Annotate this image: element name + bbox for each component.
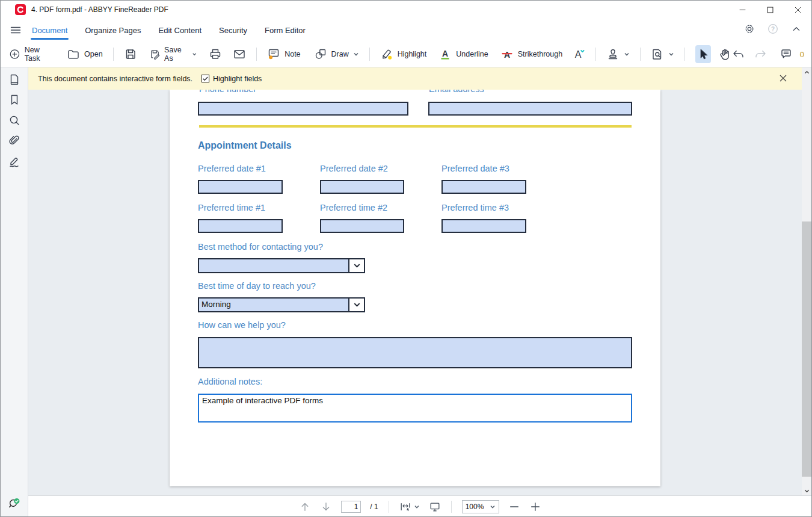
signature-panel-icon[interactable] xyxy=(8,155,21,168)
underline-icon: A xyxy=(438,48,452,61)
preferred-date-2-field[interactable] xyxy=(320,180,404,194)
search-panel-icon[interactable] xyxy=(8,114,21,127)
page-count-label: / 1 xyxy=(370,503,378,511)
banner-close-icon[interactable] xyxy=(779,74,789,84)
notes-text: Example of interactive PDF forms xyxy=(202,396,323,405)
draw-icon xyxy=(314,48,327,61)
tab-edit-content[interactable]: Edit Content xyxy=(157,19,203,42)
contact-method-dropdown[interactable] xyxy=(198,258,365,273)
hand-pan-icon xyxy=(718,48,731,61)
pages-panel-icon[interactable] xyxy=(8,73,21,86)
document-search-icon xyxy=(651,48,664,61)
preferred-time-3-field[interactable] xyxy=(441,219,526,233)
preferred-time-3-label: Preferred time #3 xyxy=(441,203,509,212)
title-bar: 4. PDF form.pdf - ABBYY FineReader PDF xyxy=(1,1,811,19)
preferred-date-3-label: Preferred date #3 xyxy=(441,164,509,173)
status-bar: / 1 100% xyxy=(28,495,812,517)
phone-number-field[interactable] xyxy=(198,102,408,116)
note-button[interactable]: Note xyxy=(267,48,300,61)
preferred-date-1-field[interactable] xyxy=(198,180,283,194)
preferred-time-1-label: Preferred time #1 xyxy=(198,203,265,212)
preferred-time-2-field[interactable] xyxy=(320,219,404,233)
comments-button[interactable]: 0 xyxy=(780,48,804,61)
pdf-page: Phone number Email address Appointment D… xyxy=(170,90,660,486)
select-tool-button[interactable] xyxy=(695,45,711,63)
scroll-down-button[interactable] xyxy=(802,486,812,495)
banner-message: This document contains interactive form … xyxy=(38,75,192,83)
page-number-input[interactable] xyxy=(341,501,361,513)
fit-width-button[interactable] xyxy=(399,501,420,513)
strikethrough-button[interactable]: A Strikethrough xyxy=(500,48,562,61)
document-viewport[interactable]: Phone number Email address Appointment D… xyxy=(28,90,802,495)
settings-gear-icon[interactable] xyxy=(743,23,755,37)
dropdown-arrow-button[interactable] xyxy=(348,259,364,272)
highlight-button[interactable]: Highlight xyxy=(380,48,427,61)
fullscreen-icon[interactable] xyxy=(429,501,441,513)
save-button[interactable] xyxy=(124,48,137,61)
stamp-button[interactable] xyxy=(606,48,630,61)
zoom-out-icon[interactable] xyxy=(508,501,520,513)
document-search-chevron-icon xyxy=(668,51,674,57)
hand-tool-button[interactable] xyxy=(718,48,731,61)
note-icon xyxy=(267,48,280,61)
draw-button[interactable]: Draw xyxy=(314,48,359,61)
highlight-fields-checkbox[interactable]: Highlight fields xyxy=(201,74,262,83)
redo-button[interactable] xyxy=(754,48,767,61)
bookmarks-panel-icon[interactable] xyxy=(8,93,21,107)
help-textarea[interactable] xyxy=(198,337,632,368)
toolbar-separator xyxy=(595,48,596,61)
collapse-ribbon-icon[interactable] xyxy=(790,23,802,37)
tab-form-editor[interactable]: Form Editor xyxy=(263,19,307,42)
chevron-down-icon xyxy=(353,301,361,309)
svg-text:A: A xyxy=(504,50,510,60)
additional-notes-textarea[interactable]: Example of interactive PDF forms xyxy=(198,394,632,423)
save-as-button[interactable]: Save As xyxy=(149,46,197,63)
preferred-date-3-field[interactable] xyxy=(441,180,526,194)
open-folder-icon xyxy=(67,48,80,61)
help-label: How can we help you? xyxy=(198,320,286,330)
fit-width-icon xyxy=(399,501,411,513)
tab-organize-pages[interactable]: Organize Pages xyxy=(84,19,142,42)
stamp-chevron-icon xyxy=(624,51,630,57)
print-button[interactable] xyxy=(209,48,222,61)
email-address-field[interactable] xyxy=(428,102,632,116)
dropdown-arrow-button[interactable] xyxy=(348,299,364,311)
search-status-icon[interactable] xyxy=(7,497,22,511)
vertical-scrollbar[interactable] xyxy=(802,67,812,495)
svg-text:A: A xyxy=(442,49,448,58)
form-fields-banner: This document contains interactive form … xyxy=(28,67,802,90)
scrollbar-thumb[interactable] xyxy=(802,221,812,477)
close-button[interactable] xyxy=(784,1,811,19)
preferred-time-1-field[interactable] xyxy=(198,219,283,233)
underline-button[interactable]: A Underline xyxy=(438,48,488,61)
main-menu-icon[interactable] xyxy=(8,23,23,37)
font-style-button[interactable]: A xyxy=(572,48,585,61)
open-button[interactable]: Open xyxy=(67,48,103,61)
tab-document[interactable]: Document xyxy=(31,19,69,42)
toolbar-separator xyxy=(684,48,685,61)
zoom-in-icon[interactable] xyxy=(529,501,541,513)
best-time-dropdown[interactable]: Morning xyxy=(198,297,365,312)
section-title: Appointment Details xyxy=(198,140,292,151)
new-task-button[interactable]: New Task xyxy=(9,46,52,63)
help-icon[interactable]: ? xyxy=(767,23,779,37)
email-button[interactable] xyxy=(233,48,246,61)
scroll-up-button[interactable] xyxy=(802,67,812,77)
statusbar-separator xyxy=(389,501,389,513)
previous-page-icon[interactable] xyxy=(299,501,311,513)
minimize-button[interactable] xyxy=(728,1,756,19)
attachments-panel-icon[interactable] xyxy=(8,134,21,147)
maximize-button[interactable] xyxy=(756,1,784,19)
preferred-date-2-label: Preferred date #2 xyxy=(320,164,388,173)
preferred-time-2-label: Preferred time #2 xyxy=(320,203,387,212)
document-search-button[interactable] xyxy=(651,48,674,61)
next-page-icon[interactable] xyxy=(320,501,332,513)
save-as-chevron-icon xyxy=(192,51,197,57)
zoom-select[interactable]: 100% xyxy=(462,500,499,513)
comments-icon xyxy=(780,48,793,61)
highlight-icon xyxy=(380,48,393,61)
tab-security[interactable]: Security xyxy=(218,19,248,42)
undo-button[interactable] xyxy=(731,48,745,61)
new-task-icon xyxy=(9,48,20,61)
ribbon-tab-bar: Document Organize Pages Edit Content Sec… xyxy=(1,19,811,42)
